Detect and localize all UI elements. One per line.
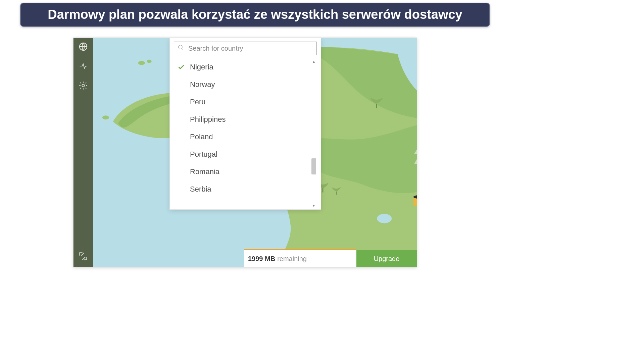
app-window: NigeriaNorwayPeruPhilippinesPolandPortug…	[73, 38, 417, 267]
check-icon	[177, 150, 185, 158]
check-icon	[177, 63, 185, 71]
country-name: Norway	[190, 80, 215, 89]
remaining-amount: 1999 MB	[248, 255, 275, 263]
svg-point-5	[377, 214, 392, 223]
check-icon	[177, 133, 185, 141]
scrollbar[interactable]: ▴ ▾	[311, 58, 317, 209]
svg-point-4	[102, 115, 109, 119]
svg-point-3	[147, 60, 152, 63]
country-picker: NigeriaNorwayPeruPhilippinesPolandPortug…	[169, 38, 321, 210]
svg-point-2	[138, 61, 145, 65]
footer: 1999 MB remaining Upgrade	[244, 250, 417, 267]
tunnel-marker[interactable]	[413, 194, 417, 206]
svg-point-6	[179, 45, 183, 49]
country-name: Peru	[190, 98, 205, 106]
globe-icon[interactable]	[79, 42, 88, 51]
country-item[interactable]: Serbia	[174, 180, 317, 198]
search-input[interactable]	[188, 45, 313, 52]
check-icon	[177, 98, 185, 106]
country-name: Serbia	[190, 185, 211, 194]
check-icon	[177, 168, 185, 176]
split-tunnel-icon[interactable]	[79, 61, 88, 71]
scroll-up-arrow[interactable]: ▴	[311, 58, 317, 64]
tree-icon	[331, 185, 342, 198]
search-icon	[178, 44, 184, 52]
mountain-icon	[413, 155, 417, 166]
country-name: Poland	[190, 133, 213, 141]
data-remaining: 1999 MB remaining	[244, 250, 356, 267]
tree-icon	[368, 94, 385, 112]
top-banner: Darmowy plan pozwala korzystać ze wszyst…	[20, 3, 490, 27]
country-item[interactable]: Philippines	[174, 111, 317, 128]
remaining-label: remaining	[277, 255, 307, 263]
scroll-thumb[interactable]	[311, 158, 316, 174]
collapse-icon[interactable]	[79, 252, 88, 261]
banner-text: Darmowy plan pozwala korzystać ze wszyst…	[48, 7, 462, 21]
country-list: NigeriaNorwayPeruPhilippinesPolandPortug…	[174, 58, 317, 209]
map-area[interactable]: NigeriaNorwayPeruPhilippinesPolandPortug…	[93, 38, 417, 267]
sidebar	[73, 38, 93, 267]
country-name: Romania	[190, 167, 219, 176]
scroll-down-arrow[interactable]: ▾	[311, 203, 317, 209]
country-item[interactable]: Portugal	[174, 146, 317, 163]
country-item[interactable]: Romania	[174, 163, 317, 180]
gear-icon[interactable]	[79, 81, 88, 90]
search-field[interactable]	[174, 42, 317, 55]
country-name: Nigeria	[190, 63, 213, 71]
country-item[interactable]: Norway	[174, 76, 317, 93]
svg-point-1	[82, 84, 84, 87]
check-icon	[177, 81, 185, 89]
check-icon	[177, 185, 185, 193]
mountain-icon	[413, 145, 417, 156]
upgrade-button[interactable]: Upgrade	[356, 250, 417, 267]
country-item[interactable]: Peru	[174, 93, 317, 111]
country-item[interactable]: Nigeria	[174, 58, 317, 76]
country-name: Portugal	[190, 150, 217, 159]
check-icon	[177, 115, 185, 123]
country-item[interactable]: Poland	[174, 128, 317, 146]
upgrade-label: Upgrade	[374, 255, 400, 263]
country-name: Philippines	[190, 115, 226, 124]
